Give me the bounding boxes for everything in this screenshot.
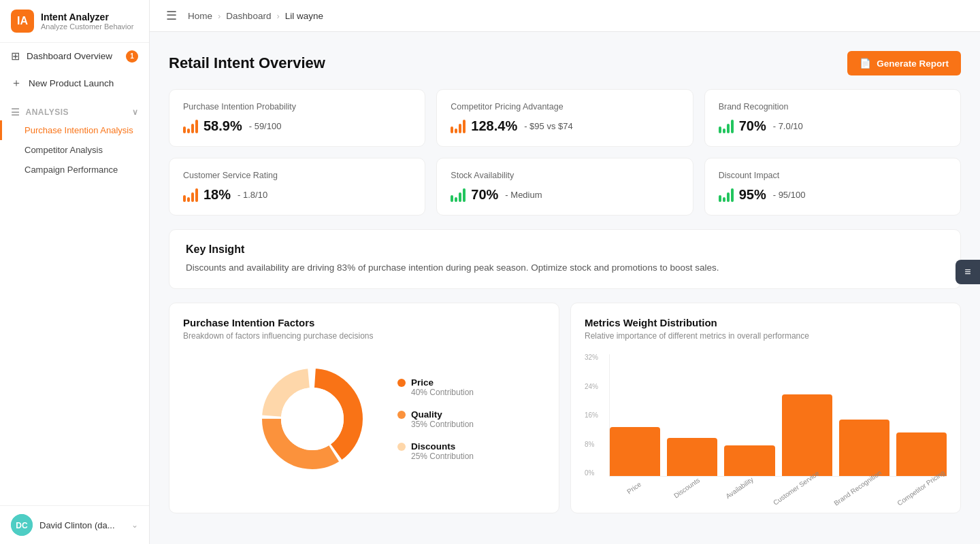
metric-sub: - 1.8/10 bbox=[238, 190, 267, 200]
bar-chart-card: Metrics Weight Distribution Relative imp… bbox=[570, 303, 961, 513]
metric-bar bbox=[451, 126, 453, 133]
metric-value-row: 128.4% - $95 vs $74 bbox=[451, 118, 679, 134]
metric-value-row: 18% - 1.8/10 bbox=[183, 187, 411, 203]
bar-group-0 bbox=[610, 354, 660, 476]
metric-card-1: Competitor Pricing Advantage 128.4% - $9… bbox=[436, 89, 693, 147]
legend-label-2: Discounts bbox=[411, 441, 474, 452]
floating-action-button[interactable]: ≡ bbox=[956, 260, 980, 284]
sidebar-item-dashboard[interactable]: ⊞ Dashboard Overview 1 bbox=[0, 43, 149, 69]
metric-card-2: Brand Recognition 70% - 7.0/10 bbox=[704, 89, 961, 147]
metric-sub: - 95/100 bbox=[773, 190, 806, 200]
metric-bar bbox=[195, 188, 198, 202]
page-title: Retail Intent Overview bbox=[169, 54, 325, 72]
legend-text-0: Price 40% Contribution bbox=[411, 377, 474, 397]
x-label-4: Brand Recognition bbox=[828, 482, 883, 492]
x-label-5: Competitor Pricing bbox=[891, 482, 947, 492]
metric-bar bbox=[719, 195, 721, 202]
metric-bars bbox=[183, 188, 198, 202]
metric-value: 70% bbox=[739, 118, 766, 134]
metric-bars bbox=[719, 120, 734, 133]
donut-legend: Price 40% Contribution Quality 35% Contr… bbox=[397, 377, 474, 461]
sidebar-toggle-icon[interactable]: ☰ bbox=[166, 8, 177, 23]
metric-bars bbox=[183, 120, 198, 133]
legend-label-0: Price bbox=[411, 377, 474, 388]
generate-report-icon: 📄 bbox=[860, 58, 871, 69]
dashboard-icon: ⊞ bbox=[11, 50, 20, 63]
y-label-0: 32% bbox=[585, 354, 598, 361]
insight-card: Key Insight Discounts and availability a… bbox=[169, 229, 961, 289]
bar-1 bbox=[667, 438, 717, 476]
metric-value: 18% bbox=[203, 187, 231, 203]
legend-sublabel-0: 40% Contribution bbox=[411, 388, 474, 397]
breadcrumb-home[interactable]: Home bbox=[188, 11, 212, 21]
generate-report-label: Generate Report bbox=[877, 58, 949, 69]
bar-2 bbox=[724, 445, 774, 476]
bar-group-4 bbox=[839, 354, 889, 476]
metric-label: Purchase Intention Probability bbox=[183, 102, 411, 112]
breadcrumb-sep-1: › bbox=[218, 11, 220, 21]
sidebar-footer[interactable]: DC David Clinton (da... ⌄ bbox=[0, 505, 149, 544]
analysis-section-icon: ☰ bbox=[11, 107, 20, 118]
metric-sub: - $95 vs $74 bbox=[524, 121, 573, 131]
metric-bar bbox=[731, 188, 734, 202]
sidebar-item-competitor[interactable]: Competitor Analysis bbox=[0, 140, 149, 160]
app-subtitle: Analyze Customer Behavior bbox=[41, 22, 133, 31]
metric-bars bbox=[451, 120, 466, 133]
metric-label: Discount Impact bbox=[719, 171, 947, 180]
breadcrumb-dashboard[interactable]: Dashboard bbox=[226, 11, 271, 21]
sidebar-item-new-product[interactable]: ＋ New Product Launch bbox=[0, 69, 149, 97]
app-title-block: Intent Analyzer Analyze Customer Behavio… bbox=[41, 12, 133, 31]
metric-label: Brand Recognition bbox=[719, 102, 947, 112]
sidebar-item-new-product-label: New Product Launch bbox=[29, 78, 114, 88]
bar-group-5 bbox=[896, 354, 947, 476]
donut-chart-subtitle: Breakdown of factors influencing purchas… bbox=[183, 331, 545, 341]
generate-report-button[interactable]: 📄 Generate Report bbox=[847, 51, 961, 75]
page-content: Retail Intent Overview 📄 Generate Report… bbox=[150, 32, 980, 527]
analysis-section: ☰ Analysis ∨ bbox=[0, 97, 149, 120]
insight-title: Key Insight bbox=[186, 243, 944, 256]
metric-label: Customer Service Rating bbox=[183, 171, 411, 180]
x-label-1: Discounts bbox=[662, 482, 707, 492]
metric-bar bbox=[187, 129, 190, 133]
avatar: DC bbox=[11, 514, 33, 536]
metric-sub: - 7.0/10 bbox=[773, 121, 803, 131]
sidebar-item-campaign[interactable]: Campaign Performance bbox=[0, 160, 149, 180]
metric-card-4: Stock Availability 70% - Medium bbox=[436, 158, 693, 216]
metric-bar bbox=[459, 124, 461, 133]
analysis-chevron: ∨ bbox=[132, 107, 139, 117]
metric-value-row: 70% - Medium bbox=[451, 187, 679, 203]
sidebar-item-purchase-intention[interactable]: Purchase Intention Analysis bbox=[0, 120, 149, 140]
legend-item-1: Quality 35% Contribution bbox=[397, 409, 474, 429]
legend-dot-2 bbox=[397, 443, 406, 451]
legend-item-0: Price 40% Contribution bbox=[397, 377, 474, 397]
legend-dot-0 bbox=[397, 379, 406, 387]
bar-group-2 bbox=[724, 354, 774, 476]
bar-4 bbox=[839, 420, 889, 476]
bar-0 bbox=[610, 427, 660, 476]
metric-bar bbox=[463, 120, 466, 133]
metric-card-5: Discount Impact 95% - 95/100 bbox=[704, 158, 961, 216]
y-label-1: 24% bbox=[585, 384, 598, 390]
donut-chart-title: Purchase Intention Factors bbox=[183, 317, 545, 328]
metric-bar bbox=[463, 188, 466, 202]
metric-bar bbox=[731, 120, 734, 133]
metric-value-row: 70% - 7.0/10 bbox=[719, 118, 947, 134]
breadcrumb-sep-2: › bbox=[276, 11, 279, 21]
x-label-3: Customer Service bbox=[767, 482, 821, 492]
metric-bar bbox=[191, 124, 194, 133]
donut-chart-card: Purchase Intention Factors Breakdown of … bbox=[169, 303, 559, 513]
metric-bars bbox=[451, 188, 466, 202]
metric-card-3: Customer Service Rating 18% - 1.8/10 bbox=[169, 158, 425, 216]
bar-group-1 bbox=[667, 354, 717, 476]
bar-chart-subtitle: Relative importance of different metrics… bbox=[585, 331, 947, 341]
metric-bar bbox=[183, 195, 186, 202]
metric-label: Competitor Pricing Advantage bbox=[451, 102, 679, 112]
bar-group-3 bbox=[782, 354, 832, 476]
legend-sublabel-1: 35% Contribution bbox=[411, 420, 474, 429]
metric-bar bbox=[719, 126, 721, 133]
y-label-2: 16% bbox=[585, 412, 598, 419]
y-label-4: 0% bbox=[585, 470, 598, 477]
donut-svg bbox=[255, 361, 370, 477]
metrics-grid: Purchase Intention Probability 58.9% - 5… bbox=[169, 89, 961, 216]
user-chevron-icon: ⌄ bbox=[131, 520, 138, 530]
